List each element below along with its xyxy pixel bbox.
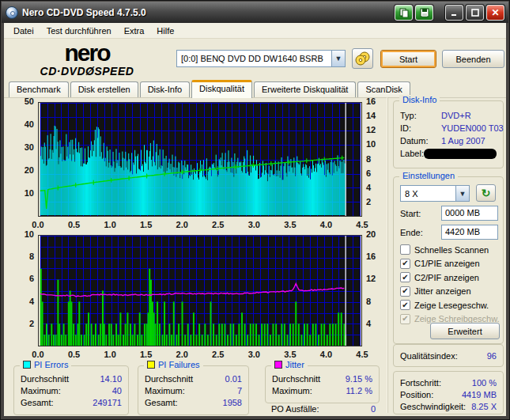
x-axis-tick-0-5: 0.5 [64,220,85,229]
x-axis-tick-4-5: 4.5 [352,220,372,229]
refresh-icon: ↻ [482,187,491,199]
start-button[interactable]: Start [380,50,436,68]
stat-value-pi-failures-maximum: 7 [237,386,242,395]
checkbox-zeige-lesegeschw[interactable]: ✔Zeige Lesegeschw. [400,299,489,311]
maximize-button[interactable] [466,5,484,21]
copy-button[interactable] [395,5,413,21]
minimize-button[interactable] [445,5,463,21]
stat-label-pi-failures-gesamt: Gesamt: [145,398,178,407]
stat-label-jitter-durchschnitt: Durchschnitt [272,374,320,384]
progress-value-geschwindigkeit: 8.25 X [471,402,497,411]
advanced-button[interactable]: Erweitert [430,323,500,339]
checkbox-c2-pif-anzeigen[interactable]: ✔C2/PIF anzeigen [400,271,479,283]
quit-button-label: Beenden [455,55,490,64]
quality-index-label: Qualitätsindex: [400,351,458,361]
left-axis-tick-10: 10 [13,229,34,239]
x-axis-tick-3-0: 3.0 [244,350,264,359]
window-title: Nero CD-DVD Speed 4.7.5.0 [22,7,392,18]
client-area: DateiTest durchführenExtraHilfe nero CD·… [4,23,506,416]
tab-erweiterte-diskqualit-t[interactable]: Erweiterte Diskqualität [254,81,356,97]
quit-button[interactable]: Beenden [442,50,504,68]
checkbox-box-schnelles-scannen[interactable] [400,244,410,255]
x-axis-tick-4-0: 4.0 [315,350,336,359]
tab-disk-info[interactable]: Disk-Info [140,81,190,97]
stat-value-pi-errors-durchschnitt: 14.10 [100,374,122,384]
x-axis-tick-2-5: 2.5 [208,350,229,359]
eject-disc-button[interactable] [352,48,373,69]
x-axis-tick-3-5: 3.5 [280,350,300,359]
refresh-button[interactable]: ↻ [476,184,496,202]
left-axis-tick-40: 40 [13,119,34,129]
checkbox-label-jitter-anzeigen: Jitter anzeigen [414,286,471,296]
po-failures-value: 0 [344,404,376,414]
cdvdspeed-logo-text: CD·DVDØSPEED [20,66,154,77]
x-axis-tick-1-5: 1.5 [136,220,157,229]
menu-item-datei[interactable]: Datei [7,25,40,37]
stat-label-pi-failures-durchschnitt: Durchschnitt [145,374,193,384]
right-axis-tick-16: 16 [366,96,387,106]
stat-value-jitter-durchschnitt: 9.15 % [346,374,372,384]
menubar: DateiTest durchführenExtraHilfe [4,23,506,39]
end-mb-label: Ende: [400,228,423,237]
checkbox-box-c2-pif-anzeigen[interactable]: ✔ [400,272,410,282]
checkbox-schnelles-scannen[interactable]: Schnelles Scannen [400,244,489,255]
close-icon: ✕ [491,7,499,18]
chevron-down-icon[interactable]: ▼ [331,51,345,66]
disk-info-box: Disk-Info Typ:DVD+RID:YUDEN000 T03Datum:… [393,100,504,168]
checkbox-box-c1-pie-anzeigen[interactable]: ✔ [400,259,410,269]
x-axis-tick-1-0: 1.0 [100,220,120,229]
start-mb-label: Start: [400,209,421,218]
close-button[interactable]: ✕ [486,5,504,21]
right-axis-tick-8: 8 [366,297,387,306]
stat-value-jitter-maximum: 11.2 % [346,386,372,395]
x-axis-tick-0-0: 0.0 [28,350,48,359]
stat-label-pi-errors-gesamt: Gesamt: [21,398,54,407]
start-mb-field[interactable]: 0000 MB [441,206,498,221]
advanced-button-label: Erweitert [448,327,482,336]
checkbox-c1-pie-anzeigen[interactable]: ✔C1/PIE anzeigen [400,258,480,270]
menu-item-extra[interactable]: Extra [118,25,151,37]
disk-info-title: Disk-Info [399,95,440,104]
tab-disk-erstellen[interactable]: Disk erstellen [70,81,138,97]
right-axis-tick-16: 16 [366,252,387,261]
chart-pi-errors [38,102,362,217]
discs-icon [355,51,371,66]
disk-info-value-datum: 1 Aug 2007 [441,136,485,146]
speed-select[interactable]: 8 X ▼ [400,185,470,202]
checkbox-label-c1-pie-anzeigen: C1/PIE anzeigen [414,259,480,268]
x-axis-tick-1-0: 1.0 [100,350,120,359]
checkbox-box-zeige-schreibgeschw[interactable]: ✔ [400,314,410,324]
disk-label-redacted [424,149,497,159]
checkbox-jitter-anzeigen[interactable]: ✔Jitter anzeigen [400,286,471,297]
menu-item-test-durchf-hren[interactable]: Test durchführen [40,25,118,37]
minimize-icon [451,9,459,17]
chevron-down-icon[interactable]: ▼ [455,186,469,201]
right-axis-tick-20: 20 [366,229,387,239]
right-axis-tick-12: 12 [366,274,387,283]
stat-value-pi-failures-durchschnitt: 0.01 [225,374,242,384]
tab-diskqualit-t[interactable]: Diskqualität [191,80,252,98]
stat-value-pi-errors-gesamt: 249171 [93,398,122,407]
x-axis-tick-2-0: 2.0 [172,350,192,359]
left-axis-tick-6: 6 [13,274,34,283]
drive-select[interactable]: [0:0] BENQ DVD DD DW1640 BSRB ▼ [176,50,346,67]
progress-label-fortschritt: Fortschritt: [400,378,441,388]
right-axis-tick-8: 8 [366,154,387,164]
progress-label-geschwindigkeit: Geschwindigkeit: [400,402,466,411]
x-axis-tick-0-5: 0.5 [64,350,85,359]
tab-benchmark[interactable]: Benchmark [9,81,69,97]
left-axis-tick-20: 20 [13,165,34,175]
legend-square-pi-errors [23,361,31,369]
menu-item-hilfe[interactable]: Hilfe [150,25,180,37]
checkbox-box-zeige-lesegeschw[interactable]: ✔ [400,300,410,310]
right-axis-tick-4: 4 [366,183,387,192]
settings-box: Einstellungen 8 X ▼ ↻ Start: 0000 MB End… [393,176,504,344]
end-mb-field[interactable]: 4420 MB [441,225,498,240]
stats-title-pi-failures: PI Failures [144,360,203,369]
checkbox-box-jitter-anzeigen[interactable]: ✔ [400,286,410,297]
save-button[interactable] [415,5,433,21]
left-axis-tick-8: 8 [13,252,34,261]
disk-info-label-label: Label: [400,149,424,158]
x-axis-tick-3-0: 3.0 [244,220,264,229]
x-axis-tick-2-0: 2.0 [172,220,192,229]
